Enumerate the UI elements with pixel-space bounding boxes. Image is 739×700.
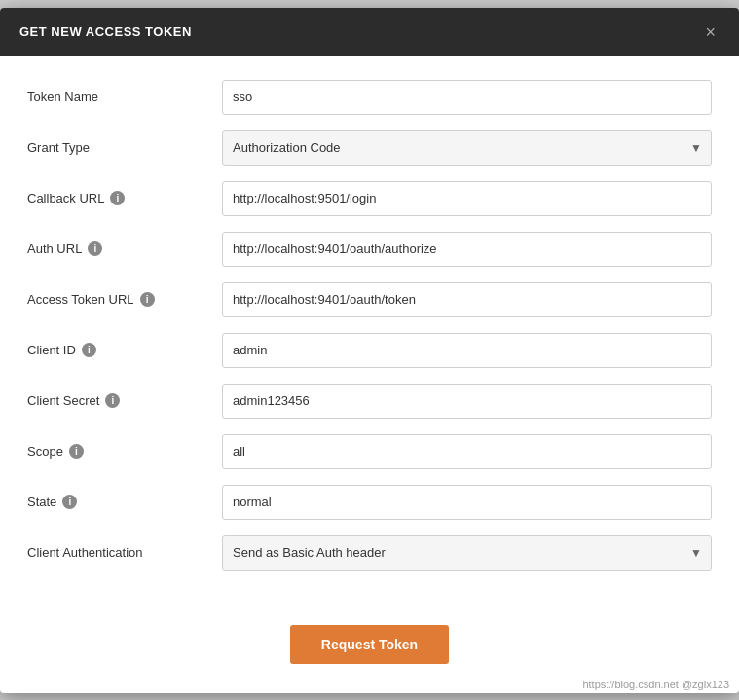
client-secret-label: Client Secret i [27,393,222,408]
auth-url-info-icon: i [88,241,102,256]
client-secret-input[interactable] [222,384,712,419]
modal-body: Token Name Grant Type Authorization Code… [0,56,739,615]
close-button[interactable]: × [701,23,720,41]
grant-type-select-wrapper: Authorization Code Implicit Password Cre… [222,130,712,166]
client-id-label: Client ID i [27,343,222,357]
client-id-input[interactable] [222,333,712,368]
access-token-url-input[interactable] [222,282,712,317]
token-name-label: Token Name [27,90,222,104]
client-auth-row: Client Authentication Send as Basic Auth… [27,535,712,571]
client-id-row: Client ID i [27,333,712,368]
access-token-url-info-icon: i [140,292,155,307]
modal-title: GET NEW ACCESS TOKEN [19,24,192,39]
auth-url-input[interactable] [222,232,712,267]
callback-url-label: Callback URL i [27,191,222,205]
callback-url-row: Callback URL i [27,181,712,216]
client-auth-select[interactable]: Send as Basic Auth header Send client cr… [222,535,712,571]
state-row: State i [27,485,712,520]
grant-type-select[interactable]: Authorization Code Implicit Password Cre… [222,130,712,166]
callback-url-info-icon: i [110,191,125,205]
modal-overlay: GET NEW ACCESS TOKEN × Token Name Grant … [0,0,739,700]
access-token-url-label: Access Token URL i [27,292,222,307]
scope-input[interactable] [222,434,712,469]
client-auth-label: Client Authentication [27,545,222,560]
grant-type-label: Grant Type [27,140,222,155]
auth-url-label: Auth URL i [27,241,222,256]
modal-header: GET NEW ACCESS TOKEN × [0,8,739,56]
scope-label: Scope i [27,444,222,459]
client-secret-info-icon: i [105,393,120,408]
scope-info-icon: i [69,444,84,459]
grant-type-row: Grant Type Authorization Code Implicit P… [27,130,712,166]
callback-url-input[interactable] [222,181,712,216]
state-info-icon: i [62,495,77,509]
state-input[interactable] [222,485,712,520]
watermark: https://blog.csdn.net @zglx123 [582,679,729,690]
request-token-button[interactable]: Request Token [290,625,449,664]
state-label: State i [27,495,222,509]
token-name-input[interactable] [222,80,712,115]
scope-row: Scope i [27,434,712,469]
auth-url-row: Auth URL i [27,232,712,267]
access-token-url-row: Access Token URL i [27,282,712,317]
client-secret-row: Client Secret i [27,384,712,419]
client-id-info-icon: i [82,343,96,357]
token-name-row: Token Name [27,80,712,115]
modal: GET NEW ACCESS TOKEN × Token Name Grant … [0,8,739,693]
client-auth-select-wrapper: Send as Basic Auth header Send client cr… [222,535,712,571]
